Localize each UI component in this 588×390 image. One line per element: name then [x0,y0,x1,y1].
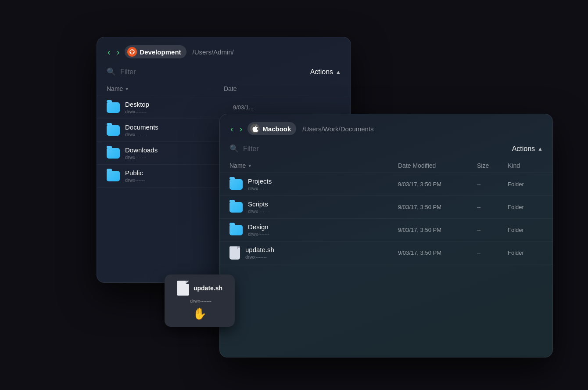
file-info: Design drwx------- [248,223,398,237]
folder-icon [107,125,120,136]
apple-icon [250,124,260,134]
mac-back-button[interactable]: ‹ [229,124,234,133]
dev-filter-left: 🔍 Filter [107,67,136,76]
drag-file-icon [177,281,189,296]
sort-chevron-icon: ▼ [125,87,129,91]
mac-actions-button[interactable]: Actions ▲ [512,145,543,153]
search-icon: 🔍 [107,67,116,76]
mac-col-kind-header: Kind [508,162,543,169]
mac-col-size-header: Size [477,162,508,169]
mac-filter-bar: 🔍 Filter Actions ▲ [220,141,552,159]
host-badge-mac[interactable]: Macbook [247,122,296,135]
dev-actions-label: Actions [310,68,333,76]
table-row[interactable]: Projects drwx------- 9/03/17, 3:50 PM --… [220,173,552,196]
mac-col-date-header: Date Modified [398,162,477,169]
file-info: Scripts drwx------- [248,200,398,214]
back-button[interactable]: ‹ [107,47,111,56]
file-info: Public drwx------ [125,169,233,183]
table-row[interactable]: Design drwx------- 9/03/17, 3:50 PM -- F… [220,219,552,242]
folder-icon [107,148,120,159]
drag-file-row: update.sh [177,281,222,296]
macbook-window: ‹ › Macbook /Users/Work/Documents 🔍 Filt… [219,114,553,358]
svg-point-2 [133,52,134,53]
mac-window-header: ‹ › Macbook /Users/Work/Documents [220,114,552,141]
mac-forward-button[interactable]: › [239,124,244,133]
folder-icon [229,202,243,213]
dev-filter-bar: 🔍 Filter Actions ▲ [97,65,351,82]
drag-permissions: drwx------- [190,298,212,303]
file-info: Projects drwx------- [248,177,398,191]
file-info: update.sh drwx------- [245,246,398,260]
drag-filename: update.sh [194,285,222,292]
forward-button[interactable]: › [116,47,121,56]
file-info: Desktop drwx------- [125,101,233,114]
mac-sort-chevron-icon: ▼ [247,163,252,168]
drag-cursor-icon: ✋ [193,307,207,321]
dev-path: /Users/Admin/ [193,48,234,56]
mac-filter-left: 🔍 Filter [229,144,259,153]
svg-point-1 [132,50,133,51]
file-info: Downloads drwx------- [125,146,233,160]
mac-actions-label: Actions [512,145,535,153]
mac-col-name-header: Name ▼ [229,162,398,169]
host-name-dev: Development [140,48,181,56]
mac-path: /Users/Work/Documents [302,125,373,133]
host-badge-dev[interactable]: Development [125,45,186,58]
ubuntu-icon [127,47,137,57]
dev-actions-button[interactable]: Actions ▲ [310,68,341,76]
dev-window-header: ‹ › Development /Users/Admin/ [97,37,351,65]
table-row[interactable]: Scripts drwx------- 9/03/17, 3:50 PM -- … [220,196,552,219]
table-row[interactable]: update.sh drwx------- 9/03/17, 3:50 PM -… [220,242,552,264]
dev-actions-chevron: ▲ [336,69,341,75]
dev-table-header: Name ▼ Date [97,82,351,96]
dev-filter-text[interactable]: Filter [120,68,136,76]
mac-file-table: Name ▼ Date Modified Size Kind Projects [220,159,552,264]
mac-filter-text[interactable]: Filter [243,145,259,153]
file-info: Documents drwx------- [125,123,233,137]
folder-icon [107,171,120,181]
folder-icon [229,179,243,190]
mac-table-header: Name ▼ Date Modified Size Kind [220,159,552,173]
svg-point-3 [130,52,131,53]
host-name-mac: Macbook [262,125,291,133]
folder-icon [107,102,120,113]
folder-icon [229,225,243,235]
file-icon [229,246,240,260]
dev-col-name-header: Name ▼ [107,85,224,92]
dev-col-date-header: Date [224,85,341,92]
drag-tooltip: update.sh drwx------- ✋ [165,274,235,327]
mac-actions-chevron: ▲ [538,146,543,152]
mac-search-icon: 🔍 [229,144,239,153]
